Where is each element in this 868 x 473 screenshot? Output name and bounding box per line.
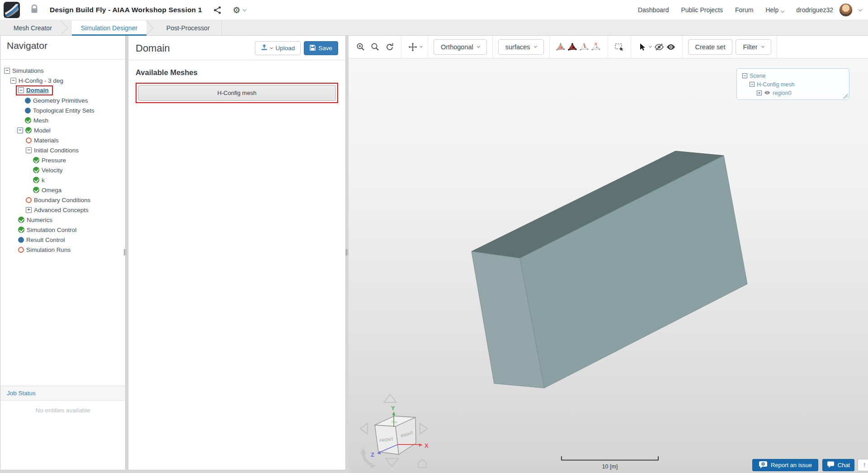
- zoom-box-icon[interactable]: [355, 40, 367, 54]
- rotate-right-arrow[interactable]: [420, 423, 427, 434]
- show-icon[interactable]: [665, 40, 677, 54]
- scene-tree-root[interactable]: − Scene: [742, 71, 849, 80]
- pointer-select-icon[interactable]: [637, 40, 648, 54]
- tree-item-simulation-control[interactable]: Simulation Control: [0, 225, 125, 235]
- caret-down-icon[interactable]: [649, 45, 652, 48]
- user-menu[interactable]: [839, 3, 862, 17]
- settings-gear-icon[interactable]: ⚙: [233, 5, 246, 15]
- home-view-icon[interactable]: [418, 459, 426, 468]
- username-label[interactable]: drodriguez32: [796, 6, 833, 14]
- share-icon[interactable]: [214, 6, 221, 14]
- tree-item-velocity[interactable]: Velocity: [0, 165, 125, 175]
- alert-button[interactable]: !: [858, 459, 868, 471]
- nav-public-projects[interactable]: Public Projects: [681, 6, 723, 14]
- tree-item-topological-entity-sets[interactable]: Topological Entity Sets: [0, 105, 125, 115]
- expand-minus-icon[interactable]: −: [742, 73, 747, 78]
- status-complete-icon: [33, 157, 39, 163]
- reset-view-icon[interactable]: [384, 40, 396, 54]
- job-status-title[interactable]: Job Status: [0, 386, 125, 401]
- render-mode-value: surfaces: [505, 43, 530, 51]
- tree-item-h-config-3-deg[interactable]: −H-Config - 3 deg: [0, 76, 125, 85]
- simscale-logo-icon[interactable]: [4, 2, 20, 18]
- nav-help[interactable]: Help: [765, 6, 784, 14]
- avatar[interactable]: [839, 3, 853, 17]
- expand-minus-icon[interactable]: −: [26, 147, 32, 153]
- panel-header: Domain Upload Save: [128, 36, 345, 60]
- expand-minus-icon[interactable]: −: [4, 68, 10, 74]
- tree-item-advanced-concepts[interactable]: +Advanced Concepts: [0, 205, 125, 215]
- viewport: Orthogonal surfaces: [349, 36, 868, 473]
- tree-item-initial-conditions[interactable]: −Initial Conditions: [0, 145, 125, 155]
- report-issue-button[interactable]: Report an issue: [752, 459, 818, 471]
- tree-item-omega[interactable]: Omega: [0, 185, 125, 195]
- tree-item-geometry-primitives[interactable]: Geometry Primitives: [0, 95, 125, 105]
- rotate-down-arrow[interactable]: [386, 459, 398, 467]
- expand-minus-icon[interactable]: −: [18, 87, 24, 93]
- region-label: region0: [773, 90, 792, 96]
- upload-button[interactable]: Upload: [255, 41, 301, 55]
- expand-minus-icon[interactable]: −: [10, 78, 16, 84]
- chat-button[interactable]: Chat: [822, 459, 854, 471]
- scene-tree-panel: − Scene − H-Config mesh + region0: [736, 68, 849, 100]
- rotate-up-arrow[interactable]: [384, 394, 396, 402]
- tree-item-mesh[interactable]: Mesh: [0, 115, 125, 125]
- panel-splitter-handle[interactable]: [123, 249, 127, 256]
- status-complete-icon: [33, 187, 39, 193]
- caret-down-icon[interactable]: [420, 45, 423, 48]
- roll-rotate-arrows[interactable]: [360, 448, 377, 468]
- select-edge-icon[interactable]: [579, 40, 590, 54]
- 3d-canvas[interactable]: − Scene − H-Config mesh + region0: [349, 58, 868, 473]
- tab-post-processor[interactable]: Post-Processor: [157, 20, 219, 35]
- tree-item-label: Domain: [26, 87, 49, 94]
- expand-plus-icon[interactable]: +: [26, 207, 32, 213]
- tree-item-numerics[interactable]: Numerics: [0, 215, 125, 225]
- expand-minus-icon[interactable]: −: [17, 128, 23, 133]
- tree-item-k[interactable]: k: [0, 175, 125, 185]
- tree-item-simulations[interactable]: −Simulations: [0, 66, 125, 76]
- tree-item-label: Pressure: [42, 157, 66, 164]
- tab-simulation-designer[interactable]: Simulation Designer: [72, 20, 146, 35]
- tree-item-materials[interactable]: Materials: [0, 135, 125, 145]
- select-volume-icon[interactable]: [555, 40, 567, 54]
- status-info-icon: [25, 108, 31, 114]
- rotate-left-arrow[interactable]: [360, 423, 368, 434]
- tree-item-simulation-runs[interactable]: Simulation Runs: [0, 245, 125, 255]
- scene-tree-mesh[interactable]: − H-Config mesh: [742, 80, 849, 89]
- panel-splitter-handle[interactable]: [345, 249, 349, 256]
- save-button[interactable]: Save: [304, 41, 338, 55]
- projection-dropdown[interactable]: Orthogonal: [434, 39, 487, 55]
- chat-label: Chat: [838, 462, 850, 468]
- tree-item-label: Model: [34, 127, 51, 134]
- nav-dashboard[interactable]: Dashboard: [638, 6, 669, 14]
- z-axis-label: Z: [371, 451, 374, 458]
- render-mode-dropdown[interactable]: surfaces: [498, 39, 544, 55]
- hide-icon[interactable]: [653, 40, 665, 54]
- tree-item-boundary-conditions[interactable]: Boundary Conditions: [0, 195, 125, 205]
- create-set-button[interactable]: Create set: [688, 39, 733, 55]
- tree-item-pressure[interactable]: Pressure: [0, 155, 125, 165]
- tree-item-domain[interactable]: −Domain: [0, 85, 125, 95]
- tree-item-result-control[interactable]: Result Control: [0, 235, 125, 245]
- mesh-select-button[interactable]: H-Config mesh: [138, 85, 336, 101]
- tab-mesh-creator[interactable]: Mesh Creator: [5, 20, 61, 35]
- tree-item-model[interactable]: −Model: [0, 125, 125, 135]
- select-vertex-icon[interactable]: [590, 40, 602, 54]
- expand-minus-icon[interactable]: −: [750, 82, 755, 87]
- expand-plus-icon[interactable]: +: [757, 90, 762, 95]
- filter-dropdown[interactable]: Filter: [736, 39, 771, 55]
- status-complete-icon: [33, 177, 39, 183]
- visibility-eye-icon[interactable]: [764, 90, 770, 96]
- settings-panel: Domain Upload Save Available Mesh: [128, 36, 346, 470]
- tab-end-divider: [222, 20, 222, 35]
- resize-handle[interactable]: [844, 94, 848, 99]
- nav-forum[interactable]: Forum: [735, 6, 753, 14]
- zoom-fit-icon[interactable]: [369, 40, 381, 54]
- navigator-panel: Navigator −Simulations−H-Config - 3 deg−…: [0, 36, 126, 470]
- pan-move-icon[interactable]: [407, 40, 419, 54]
- save-label: Save: [318, 45, 332, 52]
- status-complete-icon: [18, 217, 24, 223]
- scene-tree-region[interactable]: + region0: [742, 89, 849, 97]
- box-select-icon[interactable]: [613, 40, 625, 54]
- orientation-cube[interactable]: FRONT RIGHT TOP Y X Z: [356, 389, 432, 473]
- select-face-icon[interactable]: [567, 40, 579, 54]
